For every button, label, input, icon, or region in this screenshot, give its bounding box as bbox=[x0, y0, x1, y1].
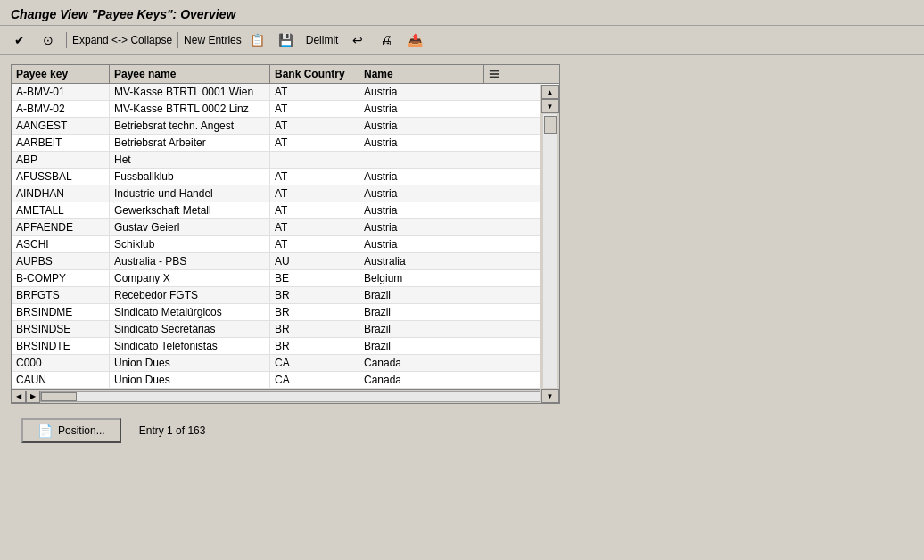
cell-payee_name: Fussballklub bbox=[110, 169, 270, 185]
cell-bank_country: AT bbox=[270, 202, 359, 218]
toolbar-copy-btn[interactable]: 📋 bbox=[245, 29, 270, 51]
cell-payee_name: Gewerkschaft Metall bbox=[110, 202, 270, 218]
scroll-thumb-horizontal bbox=[41, 392, 77, 401]
cell-bank_country: AT bbox=[270, 135, 359, 151]
cell-payee_name: Betriebsrat Arbeiter bbox=[110, 135, 270, 151]
cell-payee_name: Company X bbox=[110, 270, 270, 286]
cell-name: Australia bbox=[359, 253, 484, 269]
cell-payee_name: Union Dues bbox=[110, 372, 270, 388]
separator-1 bbox=[66, 32, 67, 48]
toolbar-save-btn[interactable]: 💾 bbox=[274, 29, 299, 51]
table-row[interactable]: BRSINDTESindicato TelefonistasBRBrazil bbox=[12, 338, 559, 355]
cell-bank_country: AT bbox=[270, 236, 359, 252]
table-row[interactable]: A-BMV-01MV-Kasse BTRTL 0001 WienATAustri… bbox=[12, 84, 559, 101]
table-row[interactable]: AMETALLGewerkschaft MetallATAustria bbox=[12, 202, 559, 219]
cell-bank_country: CA bbox=[270, 372, 359, 388]
cell-payee_name: Union Dues bbox=[110, 355, 270, 371]
cell-name: Austria bbox=[359, 202, 484, 218]
export-icon: 📤 bbox=[406, 31, 424, 49]
cell-name: Canada bbox=[359, 355, 484, 371]
cell-payee_key: AUPBS bbox=[12, 253, 110, 269]
cell-name: Brazil bbox=[359, 338, 484, 354]
cell-payee_name: Sindicato Metalúrgicos bbox=[110, 304, 270, 320]
position-btn-label: Position... bbox=[58, 424, 105, 437]
cell-bank_country: AT bbox=[270, 101, 359, 117]
cell-name: Austria bbox=[359, 101, 484, 117]
table-row[interactable]: ABPHet bbox=[12, 152, 559, 169]
cell-bank_country: BE bbox=[270, 270, 359, 286]
table-row[interactable]: A-BMV-02MV-Kasse BTRTL 0002 LinzATAustri… bbox=[12, 101, 559, 118]
cell-bank_country: BR bbox=[270, 304, 359, 320]
position-button[interactable]: 📄 Position... bbox=[21, 418, 121, 443]
cell-payee_name: Betriebsrat techn. Angest bbox=[110, 118, 270, 134]
table-row[interactable]: BRSINDSESindicato SecretáriasBRBrazil bbox=[12, 321, 559, 338]
table-row[interactable]: AINDHANIndustrie und HandelATAustria bbox=[12, 185, 559, 202]
cell-name bbox=[359, 152, 484, 168]
cell-payee_key: BRFGTS bbox=[12, 287, 110, 303]
cell-payee_name: MV-Kasse BTRTL 0002 Linz bbox=[110, 101, 270, 117]
new-entries-label[interactable]: New Entries bbox=[184, 34, 242, 46]
scroll-track-horizontal[interactable] bbox=[40, 391, 545, 402]
cell-payee_name: Australia - PBS bbox=[110, 253, 270, 269]
cell-payee_name: Industrie und Handel bbox=[110, 185, 270, 202]
toolbar-icon-4[interactable]: 🖨 bbox=[374, 29, 399, 51]
cell-payee_name: Sindicato Secretárias bbox=[110, 321, 270, 337]
toolbar-delimit-btn[interactable]: Delimit bbox=[302, 32, 342, 48]
cell-payee_key: AFUSSBAL bbox=[12, 169, 110, 185]
cell-name: Austria bbox=[359, 135, 484, 151]
cell-name: Austria bbox=[359, 118, 484, 134]
expand-collapse-label[interactable]: Expand <-> Collapse bbox=[72, 34, 172, 46]
col-settings-icon[interactable] bbox=[484, 65, 504, 83]
toolbar-icon-2[interactable]: ⊙ bbox=[36, 29, 61, 51]
table-row[interactable]: AUPBSAustralia - PBSAUAustralia bbox=[12, 253, 559, 270]
position-icon: 📄 bbox=[37, 424, 53, 438]
table-row[interactable]: APFAENDEGustav GeierlATAustria bbox=[12, 219, 559, 236]
table-row[interactable]: AANGESTBetriebsrat techn. AngestATAustri… bbox=[12, 118, 559, 135]
scroll-track-vertical[interactable] bbox=[543, 114, 557, 388]
table-row[interactable]: CAUNUnion DuesCACanada bbox=[12, 372, 559, 389]
toolbar: ✔ ⊙ Expand <-> Collapse New Entries 📋 💾 … bbox=[0, 26, 924, 55]
table-header: Payee key Payee name Bank Country Name bbox=[12, 65, 559, 84]
toolbar-icon-3[interactable]: ↩ bbox=[345, 29, 370, 51]
cell-name: Brazil bbox=[359, 304, 484, 320]
svg-rect-0 bbox=[490, 70, 499, 72]
cell-payee_key: AANGEST bbox=[12, 118, 110, 134]
cell-bank_country: AT bbox=[270, 185, 359, 202]
cell-bank_country: AT bbox=[270, 169, 359, 185]
cell-bank_country: AU bbox=[270, 253, 359, 269]
cell-bank_country: BR bbox=[270, 287, 359, 303]
cell-payee_name: MV-Kasse BTRTL 0001 Wien bbox=[110, 84, 270, 100]
cell-payee_key: A-BMV-01 bbox=[12, 84, 110, 100]
table-row[interactable]: AARBEITBetriebsrat ArbeiterATAustria bbox=[12, 135, 559, 152]
col-header-name: Name bbox=[359, 65, 484, 83]
scroll-thumb-vertical bbox=[544, 116, 557, 134]
table-row[interactable]: BRFGTSRecebedor FGTSBRBrazil bbox=[12, 287, 559, 304]
toolbar-icon-5[interactable]: 📤 bbox=[402, 29, 427, 51]
main-content: Payee key Payee name Bank Country Name A… bbox=[0, 55, 924, 452]
cell-name: Austria bbox=[359, 219, 484, 235]
page-title: Change View "Payee Keys": Overview bbox=[0, 0, 924, 26]
cell-bank_country: AT bbox=[270, 84, 359, 100]
cell-name: Canada bbox=[359, 372, 484, 388]
scroll-right-arrow-inner[interactable]: ▶ bbox=[26, 391, 40, 403]
scroll-up-arrow[interactable]: ▲ bbox=[541, 85, 559, 99]
table-row[interactable]: BRSINDMESindicato MetalúrgicosBRBrazil bbox=[12, 304, 559, 321]
cell-name: Brazil bbox=[359, 321, 484, 337]
toolbar-icon-1[interactable]: ✔ bbox=[7, 29, 32, 51]
table-row[interactable]: C000Union DuesCACanada bbox=[12, 355, 559, 372]
horizontal-scrollbar[interactable]: ◀ ▶ ▶ bbox=[12, 389, 559, 403]
table-row[interactable]: B-COMPYCompany XBEBelgium bbox=[12, 270, 559, 287]
separator-2 bbox=[177, 32, 178, 48]
cell-payee_key: ASCHI bbox=[12, 236, 110, 252]
scroll-down-arrow[interactable]: ▼ bbox=[541, 389, 559, 403]
delimit-label: Delimit bbox=[306, 34, 339, 46]
vertical-scrollbar[interactable]: ▲ ▼ ▼ bbox=[540, 85, 559, 403]
table-row[interactable]: ASCHISchiklubATAustria bbox=[12, 236, 559, 253]
copy-icon: 📋 bbox=[249, 31, 267, 49]
cell-payee_key: ABP bbox=[12, 152, 110, 168]
table-row[interactable]: AFUSSBALFussballklubATAustria bbox=[12, 169, 559, 185]
cell-bank_country: CA bbox=[270, 355, 359, 371]
refresh-icon: ⊙ bbox=[39, 31, 57, 49]
scroll-down-arrow-inner[interactable]: ▼ bbox=[541, 99, 559, 113]
scroll-left-arrow[interactable]: ◀ bbox=[12, 391, 26, 403]
